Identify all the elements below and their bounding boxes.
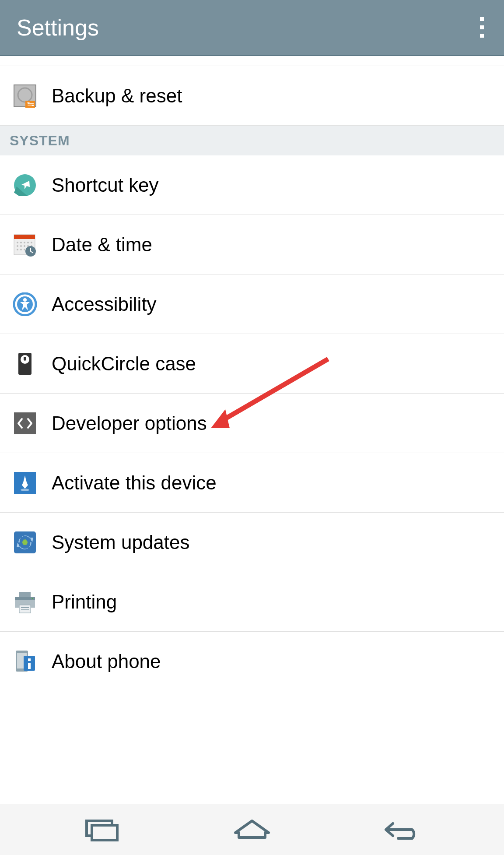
svg-point-16 (17, 249, 18, 250)
svg-point-31 (22, 540, 28, 545)
activate-icon (13, 471, 37, 495)
svg-rect-34 (19, 592, 31, 597)
svg-rect-44 (28, 658, 31, 661)
list-item-shortcut-key[interactable]: Shortcut key (0, 155, 504, 215)
list-item-quickcircle[interactable]: QuickCircle case (0, 334, 504, 394)
svg-point-11 (17, 245, 18, 247)
list-spacer (0, 56, 504, 66)
svg-point-37 (32, 598, 33, 599)
svg-point-9 (27, 242, 29, 243)
list-item-label: Activate this device (52, 472, 217, 494)
list-item-label: Backup & reset (52, 85, 182, 107)
accessibility-icon (13, 292, 37, 316)
back-button[interactable] (376, 816, 429, 843)
menu-dot-icon (480, 25, 484, 29)
list-item-printing[interactable]: Printing (0, 572, 504, 632)
updates-icon (13, 531, 37, 554)
navigation-bar (0, 804, 504, 855)
page-title: Settings (17, 14, 99, 41)
quickcircle-icon (13, 352, 37, 376)
list-item-label: Date & time (52, 234, 152, 256)
svg-point-17 (20, 249, 22, 250)
svg-rect-27 (14, 412, 36, 434)
date-time-icon (13, 233, 37, 257)
list-item-label: Shortcut key (52, 174, 159, 196)
list-item-label: System updates (52, 531, 190, 553)
svg-rect-33 (25, 539, 26, 541)
developer-icon (13, 412, 37, 435)
home-button[interactable] (226, 816, 278, 843)
svg-point-8 (24, 242, 25, 243)
section-header-system: SYSTEM (0, 126, 504, 155)
menu-dot-icon (480, 17, 484, 21)
list-item-backup-reset[interactable]: Backup & reset (0, 66, 504, 126)
svg-rect-45 (28, 663, 31, 669)
svg-point-12 (20, 245, 22, 247)
backup-reset-icon (13, 84, 37, 108)
list-item-accessibility[interactable]: Accessibility (0, 274, 504, 334)
overflow-menu-button[interactable] (476, 14, 487, 41)
about-icon (13, 650, 37, 673)
list-item-date-time[interactable]: Date & time (0, 215, 504, 274)
settings-list: Backup & reset SYSTEM Shortcut key (0, 56, 504, 804)
svg-point-26 (24, 359, 26, 361)
svg-rect-32 (24, 539, 24, 541)
list-item-label: QuickCircle case (52, 353, 196, 375)
svg-rect-38 (19, 605, 31, 613)
list-item-label: Developer options (52, 412, 207, 434)
list-item-about-phone[interactable]: About phone (0, 632, 504, 691)
svg-point-10 (31, 242, 32, 243)
svg-point-29 (21, 489, 29, 491)
list-item-system-updates[interactable]: System updates (0, 513, 504, 572)
svg-rect-50 (92, 825, 117, 840)
svg-point-6 (17, 242, 18, 243)
list-item-label: Accessibility (52, 293, 157, 315)
list-item-label: Printing (52, 591, 117, 613)
menu-dot-icon (480, 34, 484, 38)
recent-apps-button[interactable] (75, 816, 128, 843)
list-item-activate-device[interactable]: Activate this device (0, 453, 504, 513)
svg-point-13 (24, 245, 25, 247)
printing-icon (13, 590, 37, 614)
svg-rect-2 (25, 101, 35, 108)
svg-point-7 (20, 242, 22, 243)
app-header: Settings (0, 0, 504, 56)
list-item-label: About phone (52, 651, 161, 672)
svg-rect-5 (14, 235, 35, 239)
svg-point-22 (23, 298, 27, 302)
svg-point-18 (24, 249, 25, 250)
shortcut-icon (13, 173, 37, 197)
list-item-developer-options[interactable]: Developer options (0, 394, 504, 453)
